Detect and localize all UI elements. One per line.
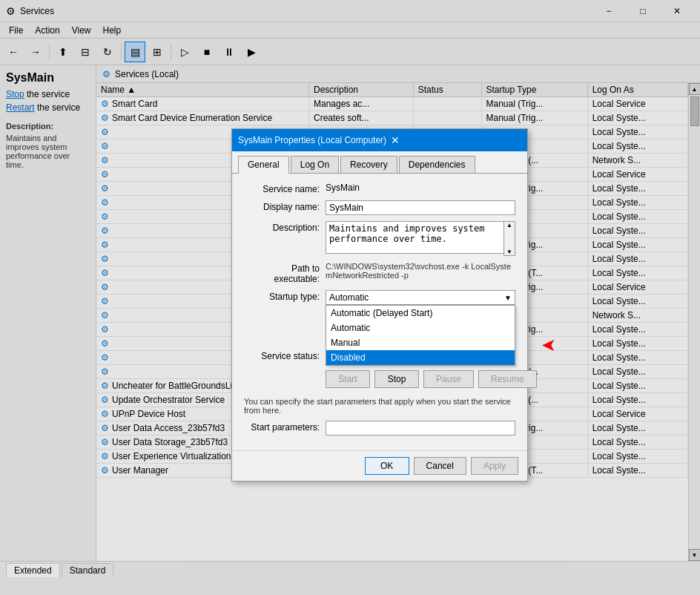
description-label: Description: bbox=[244, 221, 326, 233]
desc-scroll-up[interactable]: ▲ bbox=[506, 222, 512, 229]
display-name-label: Display name: bbox=[244, 200, 326, 212]
dialog-footer: OK Cancel Apply bbox=[232, 450, 527, 481]
startup-type-label: Startup type: bbox=[244, 290, 326, 302]
action-btn-row: Start Stop Pause Resume bbox=[326, 370, 537, 388]
stop-button[interactable]: Stop bbox=[374, 370, 419, 388]
description-value: Maintains and improves system performanc… bbox=[326, 221, 515, 256]
action-buttons-row: Start Stop Pause Resume bbox=[244, 367, 515, 391]
path-row: Path to executable: C:\WINDOWS\system32\… bbox=[244, 262, 515, 284]
startup-option-auto[interactable]: Automatic bbox=[326, 320, 515, 335]
startup-type-value: Automatic ▼ Automatic (Delayed Start) Au… bbox=[326, 290, 515, 305]
description-textarea[interactable]: Maintains and improves system performanc… bbox=[326, 221, 515, 254]
path-label: Path to executable: bbox=[244, 262, 326, 284]
service-name-row: Service name: SysMain bbox=[244, 183, 515, 194]
pause-button[interactable]: Pause bbox=[423, 370, 474, 388]
red-arrow-icon: ➤ bbox=[541, 335, 556, 355]
desc-scroll-down[interactable]: ▼ bbox=[506, 249, 512, 255]
dialog: SysMain Properties (Local Computer) ✕ Ge… bbox=[231, 128, 528, 481]
description-row: Description: Maintains and improves syst… bbox=[244, 221, 515, 256]
display-name-input[interactable] bbox=[326, 200, 515, 215]
service-name-label: Service name: bbox=[244, 183, 326, 194]
startup-option-disabled[interactable]: Disabled bbox=[326, 350, 515, 365]
display-name-row: Display name: bbox=[244, 200, 515, 215]
tab-dependencies[interactable]: Dependencies bbox=[399, 156, 475, 173]
startup-dropdown[interactable]: Automatic ▼ bbox=[326, 290, 515, 305]
tab-recovery[interactable]: Recovery bbox=[340, 156, 397, 173]
start-params-row: Start parameters: bbox=[244, 421, 515, 435]
tab-logon[interactable]: Log On bbox=[291, 156, 339, 173]
ok-button[interactable]: OK bbox=[365, 457, 409, 475]
start-params-value bbox=[326, 421, 515, 435]
action-buttons-spacer bbox=[244, 367, 326, 369]
start-params-label: Start parameters: bbox=[244, 421, 326, 433]
display-name-value bbox=[326, 200, 515, 215]
service-status-label: Service status: bbox=[244, 349, 326, 361]
startup-type-row: Startup type: Automatic ▼ Automatic (Del… bbox=[244, 290, 515, 305]
cancel-button[interactable]: Cancel bbox=[414, 457, 466, 475]
path-value: C:\WINDOWS\system32\svchost.exe -k Local… bbox=[326, 262, 515, 280]
service-name-value: SysMain bbox=[326, 183, 515, 193]
action-buttons: Start Stop Pause Resume bbox=[326, 367, 537, 391]
dialog-title: SysMain Properties (Local Computer) bbox=[238, 135, 386, 145]
dialog-content: Service name: SysMain Display name: Desc… bbox=[232, 174, 527, 450]
startup-option-auto-delayed[interactable]: Automatic (Delayed Start) bbox=[326, 306, 515, 320]
start-params-input[interactable] bbox=[326, 421, 515, 435]
resume-button[interactable]: Resume bbox=[478, 370, 537, 388]
modal-overlay: SysMain Properties (Local Computer) ✕ Ge… bbox=[0, 0, 700, 595]
startup-option-manual[interactable]: Manual bbox=[326, 335, 515, 350]
apply-button[interactable]: Apply bbox=[471, 457, 518, 475]
startup-dropdown-container: Automatic ▼ Automatic (Delayed Start) Au… bbox=[326, 290, 515, 305]
dialog-titlebar: SysMain Properties (Local Computer) ✕ bbox=[232, 129, 527, 151]
start-button[interactable]: Start bbox=[326, 370, 370, 388]
dropdown-arrow-icon: ▼ bbox=[504, 294, 512, 302]
dialog-close-button[interactable]: ✕ bbox=[386, 131, 404, 149]
tab-general[interactable]: General bbox=[238, 156, 289, 174]
startup-dropdown-list: Automatic (Delayed Start) Automatic Manu… bbox=[326, 305, 515, 366]
start-params-hint: You can specify the start parameters tha… bbox=[244, 397, 515, 415]
dialog-tabs: General Log On Recovery Dependencies bbox=[232, 151, 527, 174]
